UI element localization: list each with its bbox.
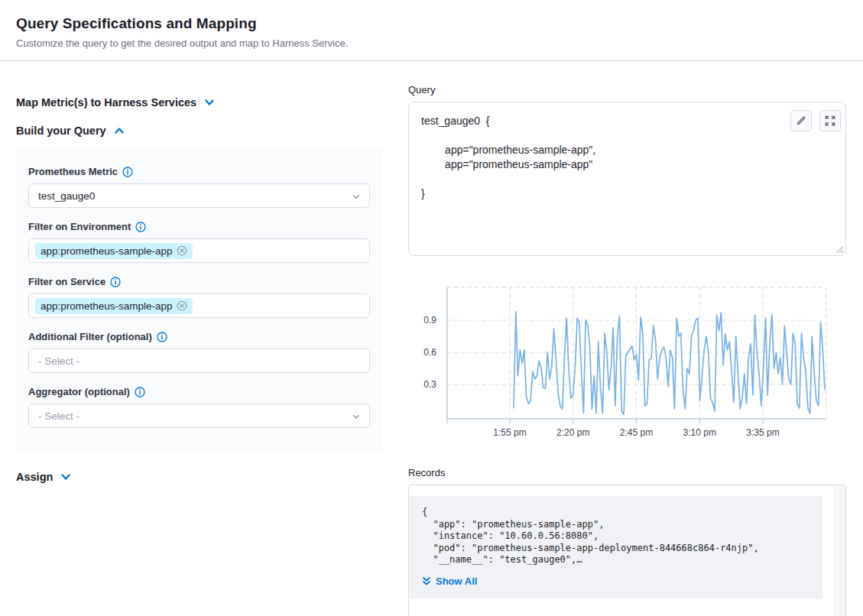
- section-build-query-toggle[interactable]: Build your Query: [16, 125, 382, 137]
- chevron-up-icon: [114, 125, 125, 136]
- remove-tag-icon[interactable]: [177, 300, 187, 311]
- edit-query-button[interactable]: [790, 110, 812, 131]
- field-additional-filter: Additional Filter (optional) - Select -: [28, 331, 370, 373]
- filter-service-input[interactable]: app:prometheus-sample-app: [28, 293, 370, 318]
- info-icon[interactable]: [157, 332, 167, 342]
- section-assign-label: Assign: [16, 471, 53, 483]
- additional-filter-label: Additional Filter (optional): [28, 331, 152, 342]
- info-icon[interactable]: [135, 387, 145, 397]
- line-chart: 1:55 pm2:20 pm2:45 pm3:10 pm3:35 pm0.30.…: [408, 284, 833, 437]
- pencil-icon: [796, 115, 806, 126]
- svg-text:2:20 pm: 2:20 pm: [556, 427, 589, 437]
- aggregator-placeholder: - Select -: [38, 410, 79, 422]
- prometheus-metric-value: test_gauge0: [38, 190, 95, 202]
- section-map-metric-toggle[interactable]: Map Metric(s) to Harness Services: [16, 96, 382, 109]
- page-header: Query Specifications and Mapping Customi…: [0, 0, 863, 61]
- filter-service-label: Filter on Service: [28, 276, 105, 287]
- svg-text:0.9: 0.9: [423, 315, 436, 326]
- record-json: { "app": "prometheus-sample-app", "insta…: [422, 507, 813, 566]
- record-item: { "app": "prometheus-sample-app", "insta…: [410, 496, 822, 598]
- filter-tag: app:prometheus-sample-app: [35, 243, 193, 259]
- chevron-down-icon: [351, 191, 362, 202]
- query-editor: test_gauge0 { app="prometheus-sample-app…: [408, 102, 846, 256]
- field-aggregator: Aggregator (optional) - Select -: [28, 386, 370, 428]
- records-scrollbar[interactable]: [834, 485, 845, 616]
- info-icon[interactable]: [135, 222, 146, 232]
- query-preview-column: Query test_gauge0 { app="prometheus-samp…: [408, 61, 846, 616]
- additional-filter-select[interactable]: - Select -: [28, 349, 370, 373]
- chevron-down-icon: [351, 411, 362, 422]
- filter-tag: app:prometheus-sample-app: [35, 298, 193, 314]
- query-section-label: Query: [408, 84, 846, 96]
- double-chevron-down-icon: [422, 576, 431, 586]
- show-all-link[interactable]: Show All: [422, 575, 477, 587]
- remove-tag-icon[interactable]: [177, 245, 187, 256]
- query-code[interactable]: test_gauge0 { app="prometheus-sample-app…: [409, 102, 845, 212]
- svg-text:3:10 pm: 3:10 pm: [683, 427, 716, 437]
- additional-filter-placeholder: - Select -: [38, 355, 79, 367]
- resize-handle-icon[interactable]: [835, 245, 843, 253]
- svg-text:2:45 pm: 2:45 pm: [620, 427, 653, 437]
- records-section-label: Records: [408, 467, 846, 478]
- prometheus-metric-label: Prometheus Metric: [28, 166, 118, 177]
- chevron-down-icon: [204, 97, 215, 108]
- prometheus-metric-select[interactable]: test_gauge0: [28, 183, 370, 208]
- filter-environment-label: Filter on Environment: [28, 221, 131, 232]
- expand-query-button[interactable]: [819, 110, 841, 131]
- show-all-label: Show All: [436, 575, 477, 587]
- filter-tag-label: app:prometheus-sample-app: [41, 245, 173, 257]
- page-subtitle: Customize the query to get the desired o…: [16, 37, 847, 49]
- svg-text:1:55 pm: 1:55 pm: [493, 427, 526, 437]
- svg-text:3:35 pm: 3:35 pm: [746, 427, 779, 437]
- section-build-query-label: Build your Query: [16, 125, 106, 137]
- info-icon[interactable]: [110, 277, 121, 287]
- build-query-panel: Prometheus Metric test_gauge0 Fil: [16, 150, 382, 452]
- filter-tag-label: app:prometheus-sample-app: [41, 300, 173, 312]
- aggregator-select[interactable]: - Select -: [28, 404, 370, 428]
- chevron-down-icon: [60, 472, 71, 482]
- field-filter-environment: Filter on Environment app:prometheus-sam…: [28, 221, 370, 263]
- filter-environment-input[interactable]: app:prometheus-sample-app: [28, 238, 370, 263]
- expand-icon: [825, 115, 835, 126]
- aggregator-label: Aggregator (optional): [28, 386, 130, 397]
- metric-preview-chart: 1:55 pm2:20 pm2:45 pm3:10 pm3:35 pm0.30.…: [408, 284, 846, 440]
- svg-text:0.3: 0.3: [423, 379, 436, 390]
- svg-text:0.6: 0.6: [423, 347, 436, 358]
- field-prometheus-metric: Prometheus Metric test_gauge0: [28, 166, 370, 208]
- records-panel: { "app": "prometheus-sample-app", "insta…: [408, 485, 846, 616]
- field-filter-service: Filter on Service app:prometheus-sample-…: [28, 276, 370, 318]
- section-map-metric-label: Map Metric(s) to Harness Services: [16, 96, 196, 109]
- info-icon[interactable]: [122, 167, 133, 177]
- section-assign-toggle[interactable]: Assign: [16, 471, 382, 483]
- query-builder-column: Map Metric(s) to Harness Services Build …: [16, 61, 382, 616]
- page-title: Query Specifications and Mapping: [16, 15, 847, 32]
